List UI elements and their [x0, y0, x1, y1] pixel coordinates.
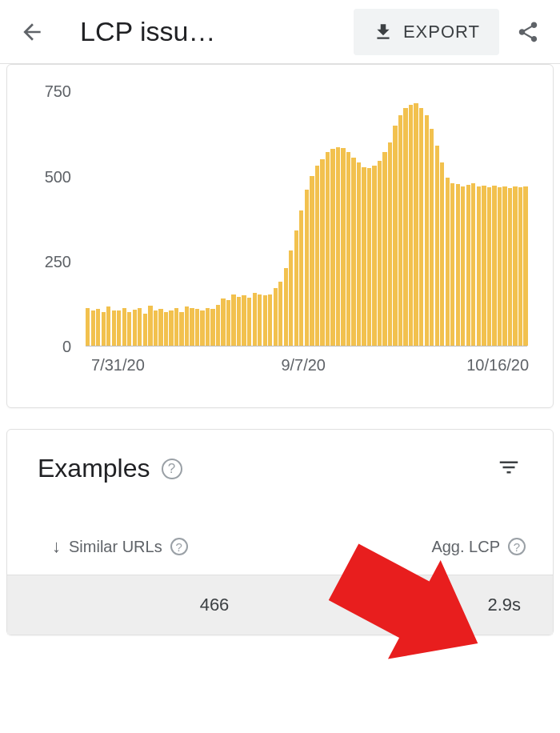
bar: [320, 159, 324, 346]
bar: [299, 210, 303, 346]
cell-agg-lcp: 2.9s: [425, 595, 521, 615]
bar: [226, 300, 230, 346]
bar: [430, 129, 434, 346]
download-icon: [373, 22, 394, 42]
bar: [216, 305, 220, 346]
bar: [221, 298, 225, 346]
share-icon: [516, 20, 540, 44]
column-agg-lcp-label: Agg. LCP: [431, 538, 500, 556]
bar: [122, 308, 126, 346]
bar: [289, 250, 293, 346]
bar: [185, 306, 189, 346]
bar: [179, 312, 183, 346]
bar: [477, 186, 481, 346]
page-title: LCP issu…: [61, 16, 347, 47]
x-tick: 9/7/20: [281, 356, 326, 375]
share-button[interactable]: [506, 10, 550, 54]
bar: [237, 297, 241, 346]
filter-list-icon: [497, 455, 521, 479]
bar: [414, 103, 418, 346]
bar: [450, 183, 454, 346]
examples-title: Examples: [38, 454, 150, 483]
help-icon[interactable]: ?: [162, 459, 182, 479]
bar: [518, 187, 522, 346]
bar: [508, 188, 512, 346]
bar: [362, 167, 366, 346]
app-header: LCP issu… EXPORT: [0, 0, 560, 64]
sort-down-icon: ↓: [52, 536, 61, 557]
cell-similar-urls: 466: [52, 595, 425, 615]
help-icon[interactable]: ?: [508, 538, 526, 555]
bar: [112, 310, 116, 346]
bar: [86, 308, 90, 346]
bar: [419, 108, 423, 346]
table-header: ↓ Similar URLs ? Agg. LCP ?: [7, 493, 553, 575]
bar: [351, 158, 355, 346]
bar: [326, 152, 330, 346]
bar: [195, 309, 199, 346]
bar: [253, 293, 257, 346]
bar: [148, 306, 152, 346]
examples-card: Examples ? ↓ Similar URLs ? Agg. LCP ? 4…: [6, 429, 554, 635]
bar-chart: 0250500750 7/31/209/7/2010/16/20: [30, 74, 527, 379]
bar: [461, 186, 465, 346]
bar: [106, 306, 110, 346]
bar: [466, 185, 470, 346]
y-tick: 750: [45, 82, 71, 101]
column-similar-urls[interactable]: ↓ Similar URLs ?: [52, 536, 420, 557]
bar: [523, 186, 527, 346]
bar: [210, 309, 214, 346]
back-button[interactable]: [10, 10, 54, 54]
x-tick: 10/16/20: [466, 356, 529, 375]
bar: [310, 176, 314, 346]
y-tick: 250: [45, 252, 71, 270]
bar: [96, 309, 100, 346]
column-similar-urls-label: Similar URLs: [69, 538, 162, 556]
bar: [487, 187, 491, 346]
bar: [315, 166, 319, 346]
bar: [263, 295, 267, 346]
export-button[interactable]: EXPORT: [354, 9, 499, 55]
bar: [393, 126, 397, 346]
bar: [258, 294, 262, 346]
bar: [330, 149, 334, 346]
bar: [190, 308, 194, 346]
bar: [367, 168, 371, 346]
export-label: EXPORT: [403, 22, 480, 42]
bar: [492, 186, 496, 346]
bar: [388, 142, 392, 346]
bar: [91, 310, 95, 346]
plot-area: [86, 74, 527, 346]
help-icon[interactable]: ?: [170, 538, 188, 555]
x-axis: 7/31/209/7/2010/16/20: [86, 350, 527, 379]
bar: [117, 310, 121, 346]
bar: [231, 294, 235, 346]
bar: [242, 295, 246, 346]
bar: [247, 298, 251, 346]
bar: [274, 288, 278, 346]
bar: [456, 184, 460, 346]
bar: [409, 105, 413, 346]
bar: [164, 312, 168, 346]
bar: [284, 268, 288, 346]
filter-button[interactable]: [497, 455, 526, 483]
y-tick: 0: [62, 338, 71, 356]
chart-card: 0250500750 7/31/209/7/2010/16/20: [6, 64, 554, 408]
column-agg-lcp[interactable]: Agg. LCP ?: [431, 538, 526, 556]
bar: [440, 162, 444, 346]
bar: [336, 147, 340, 346]
bar: [482, 186, 486, 346]
y-tick: 500: [45, 167, 71, 186]
bar: [305, 190, 309, 346]
bar: [403, 108, 407, 346]
bar: [294, 230, 298, 346]
arrow-left-icon: [19, 19, 45, 45]
bar: [138, 308, 142, 346]
table-row[interactable]: 466 2.9s: [7, 575, 553, 635]
bar: [278, 282, 282, 346]
bar: [425, 115, 429, 346]
x-tick: 7/31/20: [91, 356, 145, 375]
bar: [346, 152, 350, 346]
bar: [169, 310, 173, 346]
bar: [372, 166, 376, 346]
